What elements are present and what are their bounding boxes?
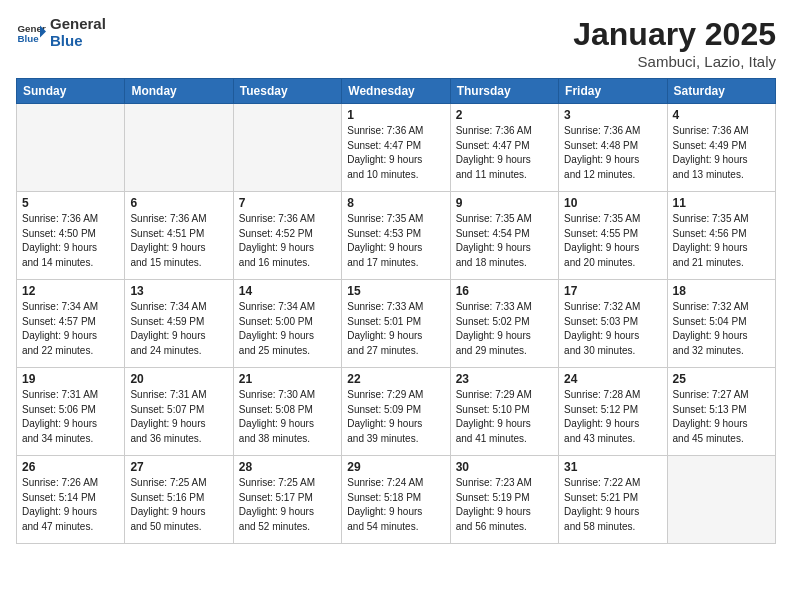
day-number: 28 — [239, 460, 336, 474]
day-cell-8: 8Sunrise: 7:35 AMSunset: 4:53 PMDaylight… — [342, 192, 450, 280]
day-cell-18: 18Sunrise: 7:32 AMSunset: 5:04 PMDayligh… — [667, 280, 775, 368]
day-cell-10: 10Sunrise: 7:35 AMSunset: 4:55 PMDayligh… — [559, 192, 667, 280]
weekday-header-friday: Friday — [559, 79, 667, 104]
day-number: 11 — [673, 196, 770, 210]
day-info: Sunrise: 7:29 AMSunset: 5:10 PMDaylight:… — [456, 388, 553, 446]
day-info: Sunrise: 7:36 AMSunset: 4:50 PMDaylight:… — [22, 212, 119, 270]
day-info: Sunrise: 7:33 AMSunset: 5:02 PMDaylight:… — [456, 300, 553, 358]
day-info: Sunrise: 7:36 AMSunset: 4:51 PMDaylight:… — [130, 212, 227, 270]
day-number: 30 — [456, 460, 553, 474]
day-number: 21 — [239, 372, 336, 386]
day-info: Sunrise: 7:31 AMSunset: 5:06 PMDaylight:… — [22, 388, 119, 446]
week-row-4: 19Sunrise: 7:31 AMSunset: 5:06 PMDayligh… — [17, 368, 776, 456]
day-cell-26: 26Sunrise: 7:26 AMSunset: 5:14 PMDayligh… — [17, 456, 125, 544]
day-cell-19: 19Sunrise: 7:31 AMSunset: 5:06 PMDayligh… — [17, 368, 125, 456]
logo-general-text: General — [50, 16, 106, 33]
empty-cell — [233, 104, 341, 192]
title-block: January 2025 Sambuci, Lazio, Italy — [573, 16, 776, 70]
day-cell-4: 4Sunrise: 7:36 AMSunset: 4:49 PMDaylight… — [667, 104, 775, 192]
day-number: 22 — [347, 372, 444, 386]
location: Sambuci, Lazio, Italy — [573, 53, 776, 70]
day-number: 6 — [130, 196, 227, 210]
day-number: 13 — [130, 284, 227, 298]
day-info: Sunrise: 7:34 AMSunset: 4:59 PMDaylight:… — [130, 300, 227, 358]
week-row-2: 5Sunrise: 7:36 AMSunset: 4:50 PMDaylight… — [17, 192, 776, 280]
day-number: 14 — [239, 284, 336, 298]
day-number: 25 — [673, 372, 770, 386]
day-cell-22: 22Sunrise: 7:29 AMSunset: 5:09 PMDayligh… — [342, 368, 450, 456]
empty-cell — [125, 104, 233, 192]
day-number: 5 — [22, 196, 119, 210]
day-cell-27: 27Sunrise: 7:25 AMSunset: 5:16 PMDayligh… — [125, 456, 233, 544]
logo: General Blue General Blue — [16, 16, 106, 49]
day-number: 10 — [564, 196, 661, 210]
day-number: 7 — [239, 196, 336, 210]
day-number: 20 — [130, 372, 227, 386]
day-number: 23 — [456, 372, 553, 386]
weekday-header-thursday: Thursday — [450, 79, 558, 104]
day-cell-25: 25Sunrise: 7:27 AMSunset: 5:13 PMDayligh… — [667, 368, 775, 456]
day-cell-16: 16Sunrise: 7:33 AMSunset: 5:02 PMDayligh… — [450, 280, 558, 368]
day-number: 26 — [22, 460, 119, 474]
day-info: Sunrise: 7:32 AMSunset: 5:03 PMDaylight:… — [564, 300, 661, 358]
day-info: Sunrise: 7:31 AMSunset: 5:07 PMDaylight:… — [130, 388, 227, 446]
day-number: 3 — [564, 108, 661, 122]
day-number: 8 — [347, 196, 444, 210]
logo-icon: General Blue — [16, 18, 46, 48]
day-cell-31: 31Sunrise: 7:22 AMSunset: 5:21 PMDayligh… — [559, 456, 667, 544]
day-info: Sunrise: 7:35 AMSunset: 4:53 PMDaylight:… — [347, 212, 444, 270]
day-info: Sunrise: 7:36 AMSunset: 4:48 PMDaylight:… — [564, 124, 661, 182]
weekday-header-saturday: Saturday — [667, 79, 775, 104]
empty-cell — [17, 104, 125, 192]
day-number: 4 — [673, 108, 770, 122]
month-title: January 2025 — [573, 16, 776, 53]
day-info: Sunrise: 7:35 AMSunset: 4:56 PMDaylight:… — [673, 212, 770, 270]
day-info: Sunrise: 7:34 AMSunset: 4:57 PMDaylight:… — [22, 300, 119, 358]
day-info: Sunrise: 7:23 AMSunset: 5:19 PMDaylight:… — [456, 476, 553, 534]
weekday-header-wednesday: Wednesday — [342, 79, 450, 104]
day-info: Sunrise: 7:25 AMSunset: 5:17 PMDaylight:… — [239, 476, 336, 534]
calendar: SundayMondayTuesdayWednesdayThursdayFrid… — [16, 78, 776, 544]
weekday-header-row: SundayMondayTuesdayWednesdayThursdayFrid… — [17, 79, 776, 104]
weekday-header-monday: Monday — [125, 79, 233, 104]
day-info: Sunrise: 7:36 AMSunset: 4:52 PMDaylight:… — [239, 212, 336, 270]
day-cell-5: 5Sunrise: 7:36 AMSunset: 4:50 PMDaylight… — [17, 192, 125, 280]
day-cell-28: 28Sunrise: 7:25 AMSunset: 5:17 PMDayligh… — [233, 456, 341, 544]
day-info: Sunrise: 7:30 AMSunset: 5:08 PMDaylight:… — [239, 388, 336, 446]
day-number: 19 — [22, 372, 119, 386]
day-cell-9: 9Sunrise: 7:35 AMSunset: 4:54 PMDaylight… — [450, 192, 558, 280]
day-number: 1 — [347, 108, 444, 122]
day-cell-11: 11Sunrise: 7:35 AMSunset: 4:56 PMDayligh… — [667, 192, 775, 280]
day-number: 17 — [564, 284, 661, 298]
day-number: 24 — [564, 372, 661, 386]
day-number: 12 — [22, 284, 119, 298]
day-cell-12: 12Sunrise: 7:34 AMSunset: 4:57 PMDayligh… — [17, 280, 125, 368]
day-info: Sunrise: 7:34 AMSunset: 5:00 PMDaylight:… — [239, 300, 336, 358]
day-cell-24: 24Sunrise: 7:28 AMSunset: 5:12 PMDayligh… — [559, 368, 667, 456]
day-info: Sunrise: 7:35 AMSunset: 4:55 PMDaylight:… — [564, 212, 661, 270]
logo-blue-text: Blue — [50, 33, 106, 50]
day-cell-20: 20Sunrise: 7:31 AMSunset: 5:07 PMDayligh… — [125, 368, 233, 456]
week-row-5: 26Sunrise: 7:26 AMSunset: 5:14 PMDayligh… — [17, 456, 776, 544]
day-info: Sunrise: 7:35 AMSunset: 4:54 PMDaylight:… — [456, 212, 553, 270]
week-row-1: 1Sunrise: 7:36 AMSunset: 4:47 PMDaylight… — [17, 104, 776, 192]
day-cell-14: 14Sunrise: 7:34 AMSunset: 5:00 PMDayligh… — [233, 280, 341, 368]
day-cell-6: 6Sunrise: 7:36 AMSunset: 4:51 PMDaylight… — [125, 192, 233, 280]
day-cell-1: 1Sunrise: 7:36 AMSunset: 4:47 PMDaylight… — [342, 104, 450, 192]
day-info: Sunrise: 7:26 AMSunset: 5:14 PMDaylight:… — [22, 476, 119, 534]
day-cell-17: 17Sunrise: 7:32 AMSunset: 5:03 PMDayligh… — [559, 280, 667, 368]
day-info: Sunrise: 7:36 AMSunset: 4:47 PMDaylight:… — [347, 124, 444, 182]
day-info: Sunrise: 7:24 AMSunset: 5:18 PMDaylight:… — [347, 476, 444, 534]
day-cell-30: 30Sunrise: 7:23 AMSunset: 5:19 PMDayligh… — [450, 456, 558, 544]
day-info: Sunrise: 7:25 AMSunset: 5:16 PMDaylight:… — [130, 476, 227, 534]
day-number: 27 — [130, 460, 227, 474]
day-cell-15: 15Sunrise: 7:33 AMSunset: 5:01 PMDayligh… — [342, 280, 450, 368]
day-info: Sunrise: 7:33 AMSunset: 5:01 PMDaylight:… — [347, 300, 444, 358]
day-cell-29: 29Sunrise: 7:24 AMSunset: 5:18 PMDayligh… — [342, 456, 450, 544]
day-number: 15 — [347, 284, 444, 298]
weekday-header-tuesday: Tuesday — [233, 79, 341, 104]
page: General Blue General Blue January 2025 S… — [0, 0, 792, 612]
day-cell-7: 7Sunrise: 7:36 AMSunset: 4:52 PMDaylight… — [233, 192, 341, 280]
day-info: Sunrise: 7:36 AMSunset: 4:49 PMDaylight:… — [673, 124, 770, 182]
day-info: Sunrise: 7:36 AMSunset: 4:47 PMDaylight:… — [456, 124, 553, 182]
